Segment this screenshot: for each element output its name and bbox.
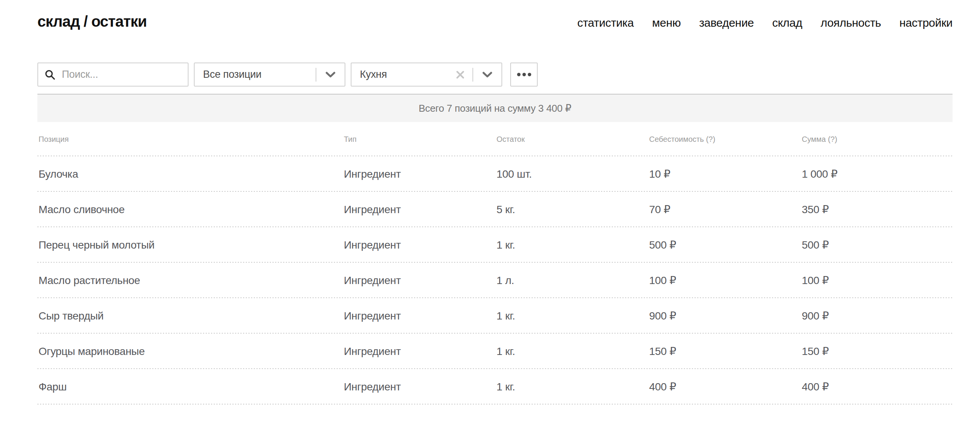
cell-cost: 10 ₽ [648,168,801,180]
cell-position: Сыр твердый [37,310,343,322]
cell-type: Ингредиент [343,274,495,287]
table-row[interactable]: Сыр твердый Ингредиент 1 кг. 900 ₽ 900 ₽ [37,298,953,334]
summary-text: Всего 7 позиций на сумму 3 400 ₽ [419,103,571,114]
cell-type: Ингредиент [343,381,495,393]
cell-sum: 100 ₽ [801,274,953,287]
cell-stock: 1 кг. [495,345,648,358]
column-header-stock: Остаток [495,135,648,144]
cell-cost: 400 ₽ [648,380,801,393]
nav-item-settings[interactable]: настройки [899,16,953,29]
cell-position: Булочка [37,168,343,180]
table-row[interactable]: Масло растительное Ингредиент 1 л. 100 ₽… [37,263,953,298]
column-header-position: Позиция [37,135,343,144]
storage-filter-value: Кухня [360,69,387,80]
cell-sum: 150 ₽ [801,345,953,358]
cell-stock: 100 шт. [495,168,648,180]
more-actions-button[interactable] [510,63,538,87]
cell-stock: 1 кг. [495,239,648,251]
cell-sum: 500 ₽ [801,239,953,251]
cell-cost: 500 ₽ [648,239,801,251]
ellipsis-icon [522,73,526,76]
nav-item-warehouse[interactable]: склад [772,16,802,29]
cell-sum: 400 ₽ [801,380,953,393]
cell-stock: 1 кг. [495,381,648,393]
cell-cost: 150 ₽ [648,345,801,358]
main-nav: статистика меню заведение склад лояльнос… [577,16,953,29]
cell-cost: 70 ₽ [648,203,801,216]
cell-cost: 900 ₽ [648,310,801,322]
nav-item-venue[interactable]: заведение [699,16,754,29]
cell-position: Фарш [37,381,343,393]
position-filter-select[interactable]: Все позиции [194,63,345,87]
nav-item-statistics[interactable]: статистика [577,16,634,29]
cell-stock: 5 кг. [495,204,648,216]
divider [316,68,316,82]
chevron-down-icon [482,72,492,78]
cell-sum: 1 000 ₽ [801,168,953,180]
cell-sum: 350 ₽ [801,203,953,216]
table-row[interactable]: Перец черный молотый Ингредиент 1 кг. 50… [37,227,953,263]
cell-type: Ингредиент [343,345,495,358]
storage-filter-select[interactable]: Кухня [351,63,502,87]
position-filter-value: Все позиции [203,69,261,80]
cell-type: Ингредиент [343,204,495,216]
column-header-cost: Себестоимость (?) [648,135,801,144]
cell-type: Ингредиент [343,239,495,251]
chevron-down-icon [326,72,335,78]
table-row[interactable]: Фарш Ингредиент 1 кг. 400 ₽ 400 ₽ [37,369,953,405]
top-bar: склад / остатки статистика меню заведени… [37,0,953,30]
ellipsis-icon [517,73,521,76]
cell-stock: 1 л. [495,274,648,287]
table-row[interactable]: Масло сливочное Ингредиент 5 кг. 70 ₽ 35… [37,192,953,227]
cell-position: Масло сливочное [37,204,343,216]
page-title: склад / остатки [37,13,147,30]
search-icon [44,69,56,80]
page: склад / остатки статистика меню заведени… [37,0,953,405]
cell-stock: 1 кг. [495,310,648,322]
clear-x-icon[interactable] [456,70,465,79]
search-input[interactable] [61,68,182,81]
ellipsis-icon [528,73,531,76]
filter-row: Все позиции Кухня [37,63,953,87]
cell-sum: 900 ₽ [801,310,953,322]
stock-table: Позиция Тип Остаток Себестоимость (?) Су… [37,122,953,405]
table-row[interactable]: Огурцы маринованые Ингредиент 1 кг. 150 … [37,334,953,369]
summary-bar: Всего 7 позиций на сумму 3 400 ₽ [37,94,953,122]
nav-item-menu[interactable]: меню [652,16,681,29]
cell-type: Ингредиент [343,168,495,180]
divider [472,68,473,82]
cell-cost: 100 ₽ [648,274,801,287]
search-box [37,63,189,87]
cell-position: Огурцы маринованые [37,345,343,358]
column-header-sum: Сумма (?) [801,135,953,144]
cell-position: Перец черный молотый [37,239,343,251]
column-header-type: Тип [343,135,495,144]
cell-type: Ингредиент [343,310,495,322]
nav-item-loyalty[interactable]: лояльность [820,16,881,29]
table-row[interactable]: Булочка Ингредиент 100 шт. 10 ₽ 1 000 ₽ [37,156,953,192]
cell-position: Масло растительное [37,274,343,287]
table-header-row: Позиция Тип Остаток Себестоимость (?) Су… [37,122,953,156]
